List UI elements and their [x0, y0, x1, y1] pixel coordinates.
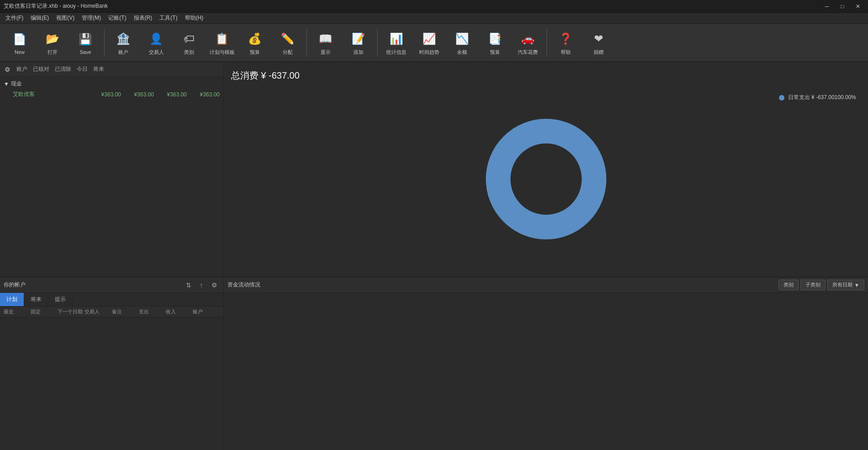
right-panel: 总消费 ¥ -637.00 日常支出 ¥ -637.00100.00% 资金流动…: [224, 62, 868, 450]
minimize-button[interactable]: ─: [821, 2, 833, 11]
col-expense: 支出: [139, 308, 166, 315]
chart-area: 总消费 ¥ -637.00 日常支出 ¥ -637.00100.00%: [224, 62, 868, 276]
help-icon: ❓: [557, 30, 575, 48]
toolbar-btn-payee[interactable]: 👤交易人: [140, 26, 172, 59]
sort-button[interactable]: ⇅: [183, 280, 194, 291]
donut-container: 日常支出 ¥ -637.00100.00%: [231, 89, 861, 269]
toolbar-btn-budget-template[interactable]: 📋计划与模板: [206, 26, 238, 59]
col-fixed: 固定: [31, 308, 58, 315]
balance-icon: 📉: [453, 30, 471, 48]
your-accounts-header: 你的帐户 ⇅ ↑ ⚙: [0, 277, 223, 293]
filter-category-button[interactable]: 类别: [779, 280, 799, 290]
accounts-settings-button[interactable]: ⚙: [209, 280, 220, 291]
toolbar: 📄New📂打开💾Save🏦账户👤交易人🏷类别📋计划与模板💰预算✏️分配📖显示📝添…: [0, 24, 868, 62]
toolbar-btn-trend[interactable]: 📈时间趋势: [413, 26, 445, 59]
menu-item-h[interactable]: 帮助(H): [181, 13, 207, 23]
toolbar-btn-category[interactable]: 🏷类别: [173, 26, 205, 59]
col-next-date: 下一个日期: [58, 308, 84, 315]
toolbar-btn-forecast[interactable]: 📑预算: [479, 26, 511, 59]
toolbar-btn-label-account: 账户: [118, 49, 128, 56]
toolbar-btn-car[interactable]: 🚗汽车花费: [512, 26, 544, 59]
menu-item-v[interactable]: 视图(V): [53, 13, 78, 23]
account-cleared: ¥363.00: [126, 91, 154, 98]
tab-reminders[interactable]: 提示: [48, 293, 73, 306]
account-header: ⚙ 账户 已核对 已清除 今日 将来: [0, 62, 223, 77]
titlebar: 艾欧优客日常记录.xhb - aiouy - HomeBank ─ □ ✕: [0, 0, 868, 13]
chart-title: 总消费 ¥ -637.00: [231, 69, 861, 82]
up-button[interactable]: ↑: [196, 280, 207, 291]
toolbar-btn-label-new: New: [15, 49, 25, 55]
toolbar-btn-help[interactable]: ❓帮助: [550, 26, 582, 59]
donate-icon: ❤: [589, 30, 608, 48]
main-layout: ⚙ 账户 已核对 已清除 今日 将来 ▼ 现金 艾欧优客 ¥363.00 ¥36…: [0, 62, 868, 450]
titlebar-controls: ─ □ ✕: [821, 2, 864, 11]
toolbar-btn-label-forecast: 预算: [490, 49, 500, 56]
your-accounts-title: 你的帐户: [4, 281, 26, 289]
toolbar-separator: [547, 29, 547, 56]
menu-item-t[interactable]: 工具(T): [156, 13, 181, 23]
account-reconciled: ¥363.00: [94, 91, 121, 98]
menu-item-t[interactable]: 记账(T): [105, 13, 130, 23]
toolbar-btn-label-help: 帮助: [561, 49, 571, 56]
toolbar-btn-balance[interactable]: 📉余额: [446, 26, 478, 59]
menu-item-m[interactable]: 管理(M): [78, 13, 105, 23]
legend-area: 日常支出 ¥ -637.00100.00%: [779, 94, 856, 101]
toolbar-btn-new[interactable]: 📄New: [4, 26, 36, 59]
toolbar-btn-label-assign: 分配: [283, 49, 293, 56]
filter-date-dropdown[interactable]: 所有日期 ▼: [827, 280, 864, 290]
budget-template-icon: 📋: [213, 30, 231, 48]
toolbar-btn-label-add: 添加: [353, 49, 363, 56]
account-settings-icon[interactable]: ⚙: [4, 66, 11, 73]
maximize-button[interactable]: □: [836, 2, 849, 11]
chevron-down-icon: ▼: [854, 282, 859, 288]
toolbar-btn-show[interactable]: 📖显示: [310, 26, 342, 59]
legend-text: 日常支出 ¥ -637.00100.00%: [788, 94, 856, 101]
account-group-cash[interactable]: ▼ 现金: [0, 79, 223, 89]
toolbar-btn-label-donate: 捐赠: [594, 49, 604, 56]
account-future: ¥363.00: [192, 91, 220, 98]
close-button[interactable]: ✕: [852, 2, 864, 11]
toolbar-btn-label-balance: 余额: [457, 49, 467, 56]
toolbar-btn-donate[interactable]: ❤捐赠: [583, 26, 615, 59]
car-icon: 🚗: [519, 30, 537, 48]
col-account: 账户: [193, 308, 220, 315]
toolbar-btn-budget[interactable]: 💰预算: [239, 26, 271, 59]
menubar: 文件(F)编辑(E)视图(V)管理(M)记账(T)报表(R)工具(T)帮助(H): [0, 13, 868, 24]
category-icon: 🏷: [180, 30, 198, 48]
cleared-col-label: 已清除: [55, 65, 71, 73]
filter-subcategory-button[interactable]: 子类别: [800, 280, 826, 290]
toolbar-btn-label-budget: 预算: [250, 49, 260, 56]
account-amounts: ¥363.00 ¥363.00 ¥363.00 ¥363.00: [94, 91, 220, 98]
col-note: 备注: [112, 308, 139, 315]
toolbar-btn-label-trend: 时间趋势: [419, 49, 439, 56]
menu-item-f[interactable]: 文件(F): [2, 13, 27, 23]
cashflow-panel: 资金流动情况 类别 子类别 所有日期 ▼: [224, 276, 868, 450]
menu-item-r[interactable]: 报表(R): [130, 13, 156, 23]
scheduled-table-header: 最近 固定 下一个日期 交易人 备注 支出 收入 账户: [0, 307, 223, 318]
toolbar-btn-label-open: 打开: [47, 49, 58, 56]
toolbar-btn-open[interactable]: 📂打开: [37, 26, 68, 59]
tab-scheduled[interactable]: 计划: [0, 293, 24, 306]
toolbar-btn-label-save: Save: [79, 49, 91, 55]
scheduled-content: [0, 318, 223, 450]
toolbar-btn-save[interactable]: 💾Save: [69, 26, 101, 59]
account-item-aiouy[interactable]: 艾欧优客 ¥363.00 ¥363.00 ¥363.00 ¥363.00: [0, 89, 223, 100]
toolbar-btn-stats[interactable]: 📊统计信息: [380, 26, 412, 59]
filter-date-label: 所有日期: [832, 281, 852, 288]
toolbar-btn-label-payee: 交易人: [149, 49, 164, 56]
menu-item-e[interactable]: 编辑(E): [27, 13, 53, 23]
account-icon: 🏦: [114, 30, 132, 48]
col-payee: 交易人: [84, 308, 111, 315]
payee-icon: 👤: [147, 30, 165, 48]
toolbar-btn-add[interactable]: 📝添加: [342, 26, 374, 59]
add-icon: 📝: [349, 30, 368, 48]
account-group-cash-label: 现金: [11, 80, 22, 88]
account-today: ¥363.00: [159, 91, 187, 98]
toolbar-btn-account[interactable]: 🏦账户: [107, 26, 139, 59]
toolbar-btn-assign[interactable]: ✏️分配: [272, 26, 304, 59]
future-col-label: 将来: [93, 65, 104, 73]
tab-upcoming[interactable]: 将来: [24, 293, 48, 306]
stats-icon: 📊: [387, 30, 405, 48]
open-icon: 📂: [43, 30, 62, 48]
left-panel: ⚙ 账户 已核对 已清除 今日 将来 ▼ 现金 艾欧优客 ¥363.00 ¥36…: [0, 62, 224, 450]
